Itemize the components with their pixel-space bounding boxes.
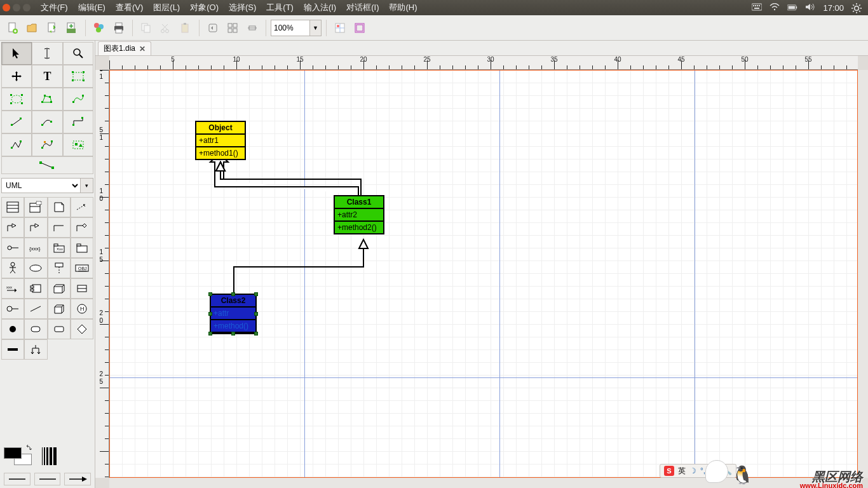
uml-provided-shape[interactable]: [1, 299, 24, 319]
uml-lifeline-shape[interactable]: [48, 258, 71, 278]
tool-ellipse[interactable]: [1, 88, 32, 111]
uml-classbox-shape[interactable]: [71, 278, 93, 299]
uml-assoc-shape[interactable]: [48, 217, 71, 238]
battery-icon[interactable]: [787, 3, 797, 12]
tool-pointer[interactable]: [1, 42, 32, 65]
uml-class-shape[interactable]: [1, 197, 24, 217]
menu-object[interactable]: 对象(O): [185, 0, 224, 15]
tool-box[interactable]: [63, 65, 93, 88]
window-close-button[interactable]: [3, 4, 10, 11]
tool-text[interactable]: T: [32, 65, 62, 88]
svg-rect-128: [55, 327, 64, 332]
open-file-button[interactable]: [24, 19, 41, 37]
uml-node-shape[interactable]: [48, 278, 71, 299]
uml-smallpkg-shape[interactable]: Xxx: [48, 238, 71, 258]
shape-category-dropdown-arrow[interactable]: ▾: [81, 178, 93, 193]
tool-magnify[interactable]: [63, 42, 93, 65]
zoom-dropdown[interactable]: ▼: [310, 20, 322, 36]
uml-note-shape[interactable]: [48, 197, 71, 217]
arrow-end-style[interactable]: [64, 473, 91, 485]
tool-polyline[interactable]: [1, 133, 32, 156]
ime-moon-icon[interactable]: ☽: [689, 466, 696, 475]
uml-bar-shape[interactable]: [1, 339, 24, 360]
menu-select[interactable]: 选择(S): [224, 0, 261, 15]
print-button[interactable]: [110, 19, 128, 37]
tab-active[interactable]: 图表1.dia ✕: [98, 41, 151, 55]
gear-icon[interactable]: [851, 3, 862, 12]
uml-object-node[interactable]: Object +attr1 +method1(): [195, 121, 246, 160]
uml-template-shape[interactable]: [24, 197, 47, 217]
uml-initial-shape[interactable]: [1, 319, 24, 339]
menu-help[interactable]: 帮助(H): [384, 0, 422, 15]
uml-usecase-shape[interactable]: [24, 258, 47, 278]
tool-text-cursor[interactable]: [32, 42, 62, 65]
uml-decision-shape[interactable]: [71, 319, 93, 339]
uml-constraint-shape[interactable]: {xxx}: [24, 238, 47, 258]
clock[interactable]: 17:00: [823, 3, 844, 13]
keyboard-icon[interactable]: [752, 3, 762, 12]
line-weight-preview[interactable]: [42, 447, 57, 465]
swap-colors-icon[interactable]: [25, 445, 33, 452]
uml-stateh-shape[interactable]: H: [71, 299, 93, 319]
tool-move[interactable]: [1, 65, 32, 88]
grid-button[interactable]: [224, 19, 241, 37]
uml-dependency-shape[interactable]: [71, 197, 93, 217]
tool-zigzag[interactable]: [63, 111, 93, 133]
wifi-icon[interactable]: [770, 3, 780, 12]
tab-close-icon[interactable]: ✕: [139, 44, 146, 53]
uml-message-shape[interactable]: xxx: [1, 278, 24, 299]
menu-edit[interactable]: 编辑(E): [73, 0, 111, 15]
menu-view[interactable]: 查看(V): [111, 0, 148, 15]
uml-generalize-shape[interactable]: [24, 217, 47, 238]
menu-tools[interactable]: 工具(T): [261, 0, 299, 15]
fg-color[interactable]: [4, 447, 22, 459]
menu-layer[interactable]: 图层(L): [148, 0, 185, 15]
tool-beziergon[interactable]: [32, 133, 62, 156]
uml-object-shape[interactable]: OBJ: [71, 258, 93, 278]
ime-lang[interactable]: 英: [678, 466, 686, 477]
uml-class1-node[interactable]: Class1 +attr2 +method2(): [334, 195, 384, 234]
uml-class2-node[interactable]: Class2 +attr +method(): [210, 294, 257, 334]
tool-image[interactable]: [63, 133, 93, 156]
save-as-button[interactable]: [63, 19, 81, 37]
menu-file[interactable]: 文件(F): [36, 0, 73, 15]
uml-realize-shape[interactable]: [1, 217, 24, 238]
save-button[interactable]: [43, 19, 61, 37]
uml-actor-shape[interactable]: [1, 258, 24, 278]
uml-line-shape[interactable]: [24, 299, 47, 319]
color-swatch[interactable]: [4, 447, 32, 465]
tool-line[interactable]: [1, 111, 32, 133]
zoom-control[interactable]: ▼: [271, 20, 322, 36]
ime-badge[interactable]: S: [664, 466, 674, 476]
new-file-button[interactable]: [4, 19, 22, 37]
tool-connector[interactable]: [1, 156, 93, 174]
snap-button[interactable]: [243, 19, 261, 37]
window-minimize-button[interactable]: [13, 4, 20, 11]
window-maximize-button[interactable]: [23, 4, 31, 11]
tool-polygon[interactable]: [32, 88, 62, 111]
uml-largepkg-shape[interactable]: [71, 238, 93, 258]
tool-bezier[interactable]: [63, 88, 93, 111]
zoom-input[interactable]: [271, 20, 310, 36]
undo-button[interactable]: [204, 19, 222, 37]
uml-implement-shape[interactable]: [1, 238, 24, 258]
menu-dialog[interactable]: 对话框(I): [341, 0, 384, 15]
toggle-rulers-button[interactable]: [351, 19, 369, 37]
uml-fork-shape[interactable]: [24, 339, 47, 360]
canvas[interactable]: Object +attr1 +method1() Class1 +attr2 +…: [109, 70, 858, 478]
ime-punct-icon[interactable]: °,: [700, 466, 705, 475]
line-style[interactable]: [34, 473, 61, 485]
uml-final-shape[interactable]: [24, 319, 47, 339]
toggle-grid-button[interactable]: [331, 19, 349, 37]
arrow-start-style[interactable]: [4, 473, 31, 485]
uml-component-shape[interactable]: [24, 278, 47, 299]
uml-aggreg-shape[interactable]: [71, 217, 93, 238]
sound-icon[interactable]: [805, 3, 815, 12]
shape-category-select[interactable]: UML: [1, 178, 81, 193]
menu-input[interactable]: 输入法(I): [299, 0, 341, 15]
uml-box3d-shape[interactable]: [48, 299, 71, 319]
scrollbar-vertical[interactable]: [858, 70, 868, 478]
uml-action-shape[interactable]: [48, 319, 71, 339]
export-button[interactable]: [90, 19, 108, 37]
tool-arc[interactable]: [32, 111, 62, 133]
